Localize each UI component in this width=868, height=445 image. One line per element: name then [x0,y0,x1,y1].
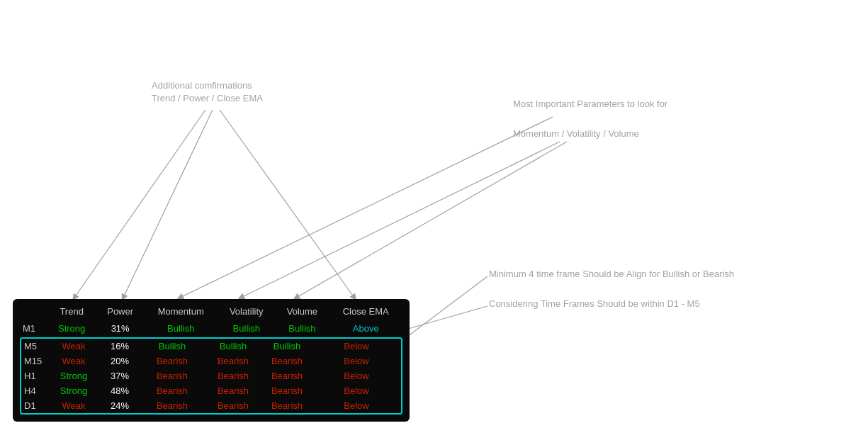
cell-volume: Bullish [275,321,329,336]
cell-close-ema: Below [312,383,401,398]
table-row: M1 Strong 31% Bullish Bullish Bullish Ab… [20,321,402,336]
cell-tf: M15 [21,354,48,368]
cell-tf: M5 [21,339,48,354]
cell-close-ema: Below [312,368,401,383]
cell-trend: Weak [48,354,99,368]
cell-tf: M1 [20,321,47,336]
col-header-tf [20,303,47,321]
svg-line-1 [123,110,213,298]
cell-volume: Bearish [262,368,312,383]
cell-volatility: Bullish [204,339,262,354]
cell-volatility: Bearish [204,354,262,368]
cell-close-ema: Below [312,398,401,413]
cell-volume: Bullish [262,339,312,354]
cell-momentum: Bearish [140,383,204,398]
cell-close-ema: Below [312,354,401,368]
most-important-label: Most Important Parameters to look for [513,98,667,111]
cell-momentum: Bearish [140,354,204,368]
cell-close-ema: Above [329,321,402,336]
cell-momentum: Bullish [140,339,204,354]
col-header-volatility: Volatility [218,303,275,321]
cell-power: 31% [96,321,145,336]
cell-momentum: Bearish [140,398,204,413]
cell-tf: H1 [21,368,48,383]
considering-timeframes-label: Considering Time Frames Should be within… [489,298,700,310]
col-header-power: Power [96,303,145,321]
table-row: H1 Strong 37% Bearish Bearish Bearish Be… [21,368,401,383]
cell-volatility: Bearish [204,398,262,413]
cell-power: 16% [99,339,140,354]
col-header-close-ema: Close EMA [329,303,402,321]
cell-momentum: Bearish [140,368,204,383]
cell-power: 48% [99,383,140,398]
highlighted-rows-section: M5 Weak 16% Bullish Bullish Bullish Belo… [20,337,402,415]
cell-close-ema: Below [312,339,401,354]
data-table: Trend Power Momentum Volatility Volume C… [13,299,410,422]
momentum-label: Momentum / Volatility / Volume [513,128,639,140]
svg-line-3 [180,117,553,298]
col-header-momentum: Momentum [144,303,218,321]
table-row: M15 Weak 20% Bearish Bearish Bearish Bel… [21,354,401,368]
table-row: H4 Strong 48% Bearish Bearish Bearish Be… [21,383,401,398]
svg-line-4 [241,142,560,298]
cell-trend: Strong [48,383,99,398]
cell-trend: Weak [48,339,99,354]
col-header-trend: Trend [47,303,96,321]
cell-trend: Strong [47,321,96,336]
cell-power: 20% [99,354,140,368]
table-row: M5 Weak 16% Bullish Bullish Bullish Belo… [21,339,401,354]
svg-line-0 [74,110,205,298]
cell-trend: Strong [48,368,99,383]
svg-line-5 [296,142,567,298]
col-header-volume: Volume [275,303,329,321]
cell-tf: D1 [21,398,48,413]
cell-volume: Bearish [262,398,312,413]
table-row: D1 Weak 24% Bearish Bearish Bearish Belo… [21,398,401,413]
cell-volume: Bearish [262,354,312,368]
cell-power: 24% [99,398,140,413]
cell-momentum: Bullish [144,321,218,336]
minimum-timeframe-label: Minimum 4 time frame Should be Align for… [489,268,734,281]
cell-volatility: Bullish [218,321,275,336]
cell-volatility: Bearish [204,383,262,398]
cell-power: 37% [99,368,140,383]
cell-tf: H4 [21,383,48,398]
svg-line-2 [220,110,354,298]
cell-volatility: Bearish [204,368,262,383]
additional-confirmations-label: Additional comfirmations Trend / Power /… [152,79,263,105]
cell-trend: Weak [48,398,99,413]
cell-volume: Bearish [262,383,312,398]
